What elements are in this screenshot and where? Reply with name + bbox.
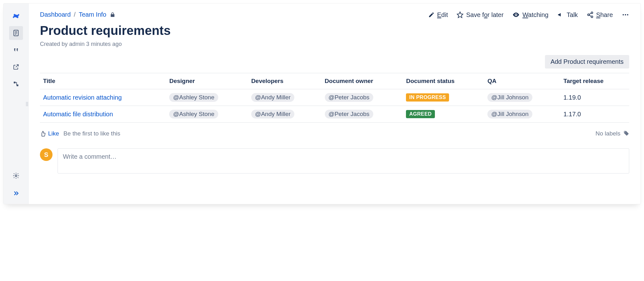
add-product-requirements-button[interactable]: Add Product requirements — [545, 55, 629, 69]
sidebar-quote-icon[interactable] — [9, 43, 23, 57]
more-icon — [622, 11, 629, 19]
star-icon — [457, 11, 464, 18]
like-label: Like — [48, 130, 59, 137]
breadcrumb-separator: / — [74, 11, 76, 18]
svg-line-13 — [589, 15, 591, 16]
row-title-link[interactable]: Automatic revision attaching — [43, 94, 122, 101]
like-button[interactable]: Like — [40, 130, 59, 137]
svg-point-10 — [587, 14, 589, 16]
like-hint: Be the first to like this — [64, 130, 120, 137]
svg-point-14 — [623, 14, 624, 15]
watching-action[interactable]: Watching — [512, 11, 548, 19]
no-labels-text: No labels — [596, 130, 620, 137]
share-icon — [587, 11, 594, 18]
col-title: Title — [40, 73, 166, 89]
pencil-icon — [428, 12, 435, 18]
edit-label: Edit — [437, 11, 448, 19]
tag-icon — [623, 130, 629, 137]
breadcrumb-dashboard[interactable]: Dashboard — [40, 11, 71, 18]
comment-section: S — [40, 148, 629, 174]
watching-label: Watching — [522, 11, 548, 19]
col-developers: Developers — [248, 73, 322, 89]
thumbs-up-icon — [40, 130, 46, 137]
comment-input[interactable] — [63, 153, 624, 160]
col-owner: Document owner — [322, 73, 403, 89]
status-badge: AGREED — [406, 110, 435, 118]
restrictions-icon[interactable] — [109, 12, 116, 18]
mention-qa[interactable]: @Jill Johnson — [487, 110, 532, 118]
col-qa: QA — [484, 73, 560, 89]
eye-icon — [512, 11, 520, 19]
main-content: Dashboard / Team Info Edit Save for late… — [29, 3, 641, 204]
mention-owner[interactable]: @Peter Jacobs — [325, 93, 373, 102]
app-window: || Dashboard / Team Info Edit Save for l — [3, 3, 641, 204]
col-status: Document status — [403, 73, 484, 89]
mention-owner[interactable]: @Peter Jacobs — [325, 110, 373, 118]
svg-point-6 — [15, 175, 17, 177]
comment-box[interactable] — [58, 148, 629, 174]
sidebar-resize-grip[interactable]: || — [26, 101, 29, 106]
page-meta: Created by admin 3 minutes ago — [40, 41, 629, 47]
table-row: Automatic revision attaching@Ashley Ston… — [40, 89, 629, 106]
mention-developer[interactable]: @Andy Miller — [251, 110, 294, 118]
table-header-row: Title Designer Developers Document owner… — [40, 73, 629, 89]
svg-marker-7 — [457, 12, 463, 18]
more-actions[interactable] — [622, 11, 629, 19]
sidebar-settings-icon[interactable] — [9, 169, 23, 183]
col-designer: Designer — [166, 73, 248, 89]
mention-designer[interactable]: @Ashley Stone — [169, 110, 218, 118]
sidebar: || — [3, 3, 29, 204]
save-label: Save for later — [466, 11, 503, 19]
sidebar-external-link-icon[interactable] — [9, 60, 23, 74]
target-release: 1.19.0 — [560, 89, 629, 106]
page-footer-actions: Like Be the first to like this No labels — [40, 130, 629, 137]
svg-point-16 — [627, 14, 628, 15]
svg-rect-4 — [14, 82, 15, 84]
col-target: Target release — [560, 73, 629, 89]
breadcrumb-team-info[interactable]: Team Info — [79, 11, 106, 18]
sidebar-tree-icon[interactable] — [9, 77, 23, 91]
confluence-logo-icon[interactable] — [9, 9, 23, 23]
svg-point-8 — [515, 14, 517, 15]
sidebar-expand-icon[interactable] — [9, 186, 23, 200]
mention-qa[interactable]: @Jill Johnson — [487, 93, 532, 102]
talk-action[interactable]: Talk — [557, 11, 578, 19]
breadcrumb: Dashboard / Team Info — [40, 11, 116, 18]
mention-designer[interactable]: @Ashley Stone — [169, 93, 218, 102]
page-actions: Edit Save for later Watching Talk Share — [428, 11, 629, 19]
target-release: 1.17.0 — [560, 106, 629, 123]
labels-area[interactable]: No labels — [596, 130, 629, 137]
avatar: S — [40, 148, 53, 161]
megaphone-icon — [557, 11, 564, 18]
share-action[interactable]: Share — [587, 11, 613, 19]
svg-line-12 — [589, 13, 591, 14]
edit-action[interactable]: Edit — [428, 11, 448, 19]
share-label: Share — [596, 11, 613, 19]
talk-label: Talk — [567, 11, 578, 19]
svg-point-9 — [591, 12, 593, 14]
svg-point-11 — [591, 16, 593, 18]
top-bar: Dashboard / Team Info Edit Save for late… — [40, 11, 629, 19]
table-row: Automatic file distribution@Ashley Stone… — [40, 106, 629, 123]
sidebar-page-icon[interactable] — [9, 26, 23, 40]
row-title-link[interactable]: Automatic file distribution — [43, 111, 113, 118]
status-badge: IN PROGRESS — [406, 93, 449, 102]
page-title: Product requirements — [40, 24, 629, 38]
svg-point-15 — [625, 14, 626, 15]
save-for-later-action[interactable]: Save for later — [457, 11, 503, 19]
requirements-table: Title Designer Developers Document owner… — [40, 73, 629, 123]
mention-developer[interactable]: @Andy Miller — [251, 93, 294, 102]
